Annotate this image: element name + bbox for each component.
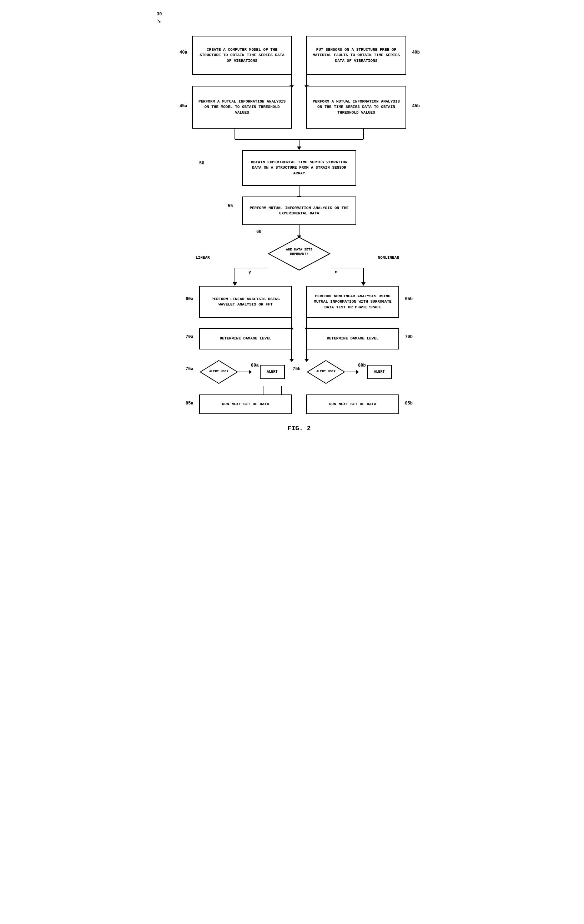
box-80a: ALERT bbox=[260, 365, 285, 379]
svg-text:y: y bbox=[248, 270, 251, 275]
label-50: 50 bbox=[199, 161, 204, 166]
diamond-75a: ALERT USER bbox=[199, 360, 239, 384]
diamond-75b: ALERT USER bbox=[306, 360, 345, 384]
label-80a: 80a bbox=[251, 363, 259, 368]
converge-arrows bbox=[185, 129, 413, 150]
nonlinear-label: NONLINEAR bbox=[378, 256, 399, 260]
flowchart: 40a CREATE A COMPUTER MODEL OF THE STRUC… bbox=[168, 36, 431, 432]
label-70a: 70a bbox=[186, 335, 194, 340]
svg-marker-13 bbox=[361, 282, 365, 286]
box-70b: DETERMINE DAMAGE LEVEL bbox=[306, 328, 399, 350]
box-85a: RUN NEXT SET OF DATA bbox=[199, 394, 292, 414]
label-85a: 85a bbox=[186, 401, 194, 406]
diamond-60-container: 60 ARE DATA SETS DEPENANT? LINEAR NONLIN… bbox=[185, 236, 413, 268]
fig-label: FIG. 2 bbox=[288, 425, 311, 432]
box-70a: DETERMINE DAMAGE LEVEL bbox=[199, 328, 292, 350]
box-80b: ALERT bbox=[367, 365, 392, 379]
ref-30: 30 ↘ bbox=[157, 11, 162, 24]
label-75b: 75b bbox=[293, 366, 301, 371]
box-55: PERFORM MUTUAL INFORMATION ANALYSIS ON T… bbox=[242, 196, 356, 225]
label-65b: 65b bbox=[405, 297, 413, 302]
diamond-75b-text: ALERT USER bbox=[312, 370, 340, 374]
diamond-60-text: ARE DATA SETS DEPENANT? bbox=[278, 248, 321, 257]
box-85b: RUN NEXT SET OF DATA bbox=[306, 394, 399, 414]
label-40b: 40b bbox=[412, 50, 420, 55]
page: 30 ↘ 40a CREATE A COMPUTER MODEL OF THE … bbox=[146, 7, 438, 469]
label-55: 55 bbox=[228, 204, 233, 209]
svg-marker-9 bbox=[233, 282, 237, 286]
label-60a: 60a bbox=[186, 297, 194, 302]
svg-marker-5 bbox=[297, 147, 301, 150]
label-45b: 45b bbox=[412, 104, 420, 109]
diamond-75a-text: ALERT USER bbox=[204, 370, 233, 374]
svg-text:n: n bbox=[335, 270, 337, 275]
label-85b: 85b bbox=[405, 401, 413, 406]
branch-arrows: y n bbox=[185, 268, 413, 286]
linear-label: LINEAR bbox=[196, 256, 210, 260]
box-45a: PERFORM A MUTUAL INFORMATION ANALYSIS ON… bbox=[192, 86, 292, 129]
label-40a: 40a bbox=[179, 50, 188, 55]
box-45b: PERFORM A MUTUAL INFORMATION ANALYSIS ON… bbox=[306, 86, 406, 129]
label-60: 60 bbox=[256, 229, 261, 234]
diamond-60: ARE DATA SETS DEPENANT? bbox=[271, 236, 328, 268]
label-70b: 70b bbox=[405, 335, 413, 340]
box-40b: PUT SENSORS ON A STRUCTURE FREE OF MATER… bbox=[306, 36, 406, 75]
box-50: OBTAIN EXPERIMENTAL TIME SERIES VIBRATIO… bbox=[242, 150, 356, 186]
label-45a: 45a bbox=[179, 104, 188, 109]
box-40a: CREATE A COMPUTER MODEL OF THE STRUCTURE… bbox=[192, 36, 292, 75]
label-75a: 75a bbox=[186, 366, 194, 371]
box-65b: PERFORM NONLINEAR ANALYSIS USING MUTUAL … bbox=[306, 286, 399, 318]
box-60a: PERFORM LINEAR ANALYSIS USING WAVELET AN… bbox=[199, 286, 292, 318]
label-80b: 80b bbox=[358, 363, 366, 368]
